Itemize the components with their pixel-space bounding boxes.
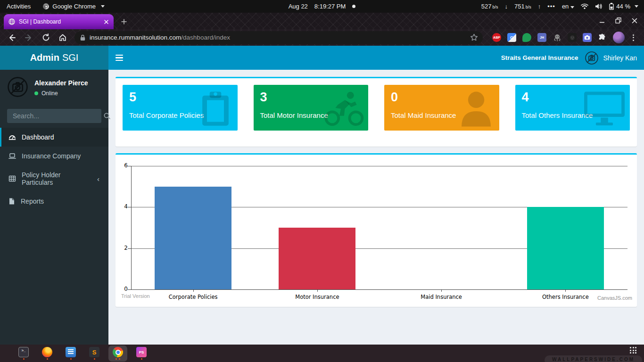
url-bar[interactable]: insurance.rummanitsolution.com/dashboard… (74, 31, 483, 44)
broken-avatar-icon (7, 76, 28, 98)
reload-button[interactable] (39, 31, 53, 45)
taskbar-item-phpstorm[interactable]: PS (132, 346, 151, 362)
screen: Activities Google Chrome Aug 22 8:19:27 … (0, 0, 644, 362)
dark-mask-icon[interactable] (568, 33, 577, 42)
chart-category-label: Motor Insurance (295, 294, 339, 300)
info-box-maid-insurance[interactable]: 0 Total Maid Insurance (384, 85, 499, 131)
tray-dots-icon[interactable]: ••• (547, 3, 555, 10)
app-logo[interactable]: Admin SGI (0, 46, 108, 70)
back-button[interactable] (5, 31, 19, 45)
net-speed-down: 527b/s (481, 3, 498, 10)
chart-ytick-label: 2 (116, 245, 128, 251)
adblock-plus-icon[interactable]: ABP (492, 33, 501, 42)
user-menu[interactable]: Shirley Kan (585, 51, 637, 65)
chart-ytick-label: 4 (116, 203, 128, 210)
app-navbar: Straits General Insurance Shirley Kan (108, 46, 644, 70)
sidebar-item-reports[interactable]: Reports (0, 192, 108, 211)
chart-xtick (317, 289, 318, 292)
jh-extension-icon[interactable]: JH (537, 33, 546, 42)
chart-y-axis (131, 166, 132, 290)
volume-icon[interactable] (595, 3, 603, 9)
chart-category-label: Maid Insurance (421, 294, 462, 300)
sidebar-toggle-button[interactable] (108, 46, 130, 70)
sidebar-menu: Dashboard Insurance Company Policy Holde… (0, 128, 108, 211)
window-minimize-button[interactable] (599, 17, 605, 25)
firefox-icon (42, 347, 52, 357)
chevron-left-icon: ‹ (97, 175, 99, 183)
taskbar-item-terminal[interactable]: >_ (14, 346, 33, 362)
app-header: Admin SGI Straits General Insurance Shir… (0, 46, 644, 70)
cyclist-icon (322, 88, 365, 128)
sidebar-item-policy-holder-particulars[interactable]: Policy Holder Particulars ‹ (0, 165, 108, 192)
google-translate-icon[interactable]: G (507, 33, 516, 42)
globe-favicon-icon (8, 18, 15, 25)
info-box-others-insurance[interactable]: 4 Total Others Insurance (515, 85, 630, 131)
bar-chart: Trial Version CanvasJS.com 0246Corporate… (116, 156, 637, 305)
info-box-motor-insurance[interactable]: 3 Total Motor Insurance (254, 85, 369, 131)
sidebar-search (7, 109, 101, 123)
forward-button[interactable] (22, 31, 36, 45)
canvasjs-credit-link[interactable]: CanvasJS.com (597, 295, 632, 301)
laptop-icon (8, 152, 16, 160)
phpstorm-icon: PS (136, 347, 147, 357)
file-icon (8, 197, 15, 205)
summary-card: 5 Total Corporate Policies 3 Total Motor… (116, 77, 637, 147)
window-close-button[interactable] (632, 17, 637, 25)
battery-icon[interactable]: 44 % (609, 3, 638, 10)
bookmark-star-icon[interactable] (470, 33, 478, 41)
sidebar-user-status[interactable]: Online (34, 90, 88, 97)
chart-xtick (441, 289, 442, 292)
browser-menu-button[interactable] (631, 34, 636, 41)
sidebar-item-insurance-company[interactable]: Insurance Company (0, 147, 108, 165)
extensions-puzzle-icon[interactable] (598, 33, 607, 42)
show-applications-grid-icon[interactable] (630, 347, 636, 354)
logo-rest: SGI (62, 52, 78, 63)
chart-ytick-label: 0 (116, 286, 128, 292)
browser-tab-sgi-dashboard[interactable]: SGI | Dashboard (4, 14, 114, 29)
logo-bold: Admin (30, 52, 59, 63)
company-name: Straits General Insurance (501, 54, 578, 61)
search-input[interactable] (7, 112, 104, 120)
chart-category-label: Corporate Policies (169, 294, 218, 300)
green-leaf-icon[interactable] (522, 33, 531, 42)
app-menu-button[interactable]: Google Chrome (43, 3, 105, 10)
window-restore-button[interactable] (615, 17, 621, 25)
tab-close-icon[interactable] (102, 18, 110, 25)
language-indicator[interactable]: en (562, 3, 574, 10)
user-name: Shirley Kan (603, 54, 637, 62)
url-text: insurance.rummanitsolution.com/dashboard… (90, 34, 466, 41)
chart-bar (279, 228, 355, 289)
new-tab-button[interactable] (117, 15, 131, 28)
chart-gridline (131, 289, 627, 290)
clock-time[interactable]: 8:19:27 PM (314, 3, 346, 10)
wifi-icon[interactable] (581, 3, 588, 9)
desktop-monitor-icon (582, 88, 627, 128)
chart-watermark: Trial Version (121, 293, 150, 299)
profile-avatar[interactable] (613, 32, 625, 43)
taskbar-item-chrome[interactable] (108, 346, 127, 362)
upload-arrow-icon: ↑ (538, 3, 541, 10)
octopus-extension-icon[interactable] (553, 33, 561, 42)
taskbar-item-sublime[interactable]: S (85, 346, 104, 362)
screenshot-camera-icon[interactable] (583, 33, 592, 42)
clipboard-icon (196, 87, 235, 129)
clock-date[interactable]: Aug 22 (289, 3, 308, 10)
download-arrow-icon: ↓ (505, 3, 508, 10)
app-menu-label: Google Chrome (52, 3, 96, 10)
home-button[interactable] (56, 31, 70, 45)
sidebar-user-name: Alexander Pierce (34, 76, 88, 87)
notification-dot-icon (352, 5, 355, 8)
sidebar-item-dashboard[interactable]: Dashboard (0, 128, 108, 147)
taskbar-item-firefox[interactable] (38, 346, 57, 362)
chart-category-label: Others Insurance (542, 294, 589, 300)
chart-ytick-label: 6 (116, 162, 128, 169)
chart-card: Trial Version CanvasJS.com 0246Corporate… (116, 153, 637, 307)
chrome-icon (43, 3, 49, 9)
extensions-row: ABP G JH (492, 32, 636, 43)
chart-xtick (565, 289, 566, 292)
chart-gridline (131, 166, 627, 166)
activities-button[interactable]: Activities (7, 3, 31, 10)
google-chrome-icon (113, 347, 123, 357)
info-box-corporate-policies[interactable]: 5 Total Corporate Policies (123, 85, 238, 131)
taskbar-item-text-editor[interactable] (61, 346, 80, 362)
